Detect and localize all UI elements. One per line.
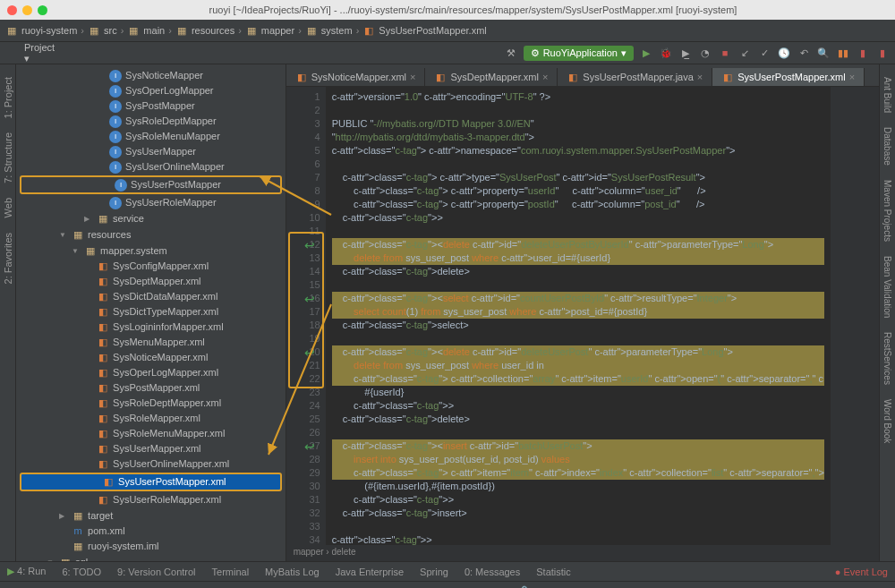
- breadcrumb-item[interactable]: ▦ruoyi-system: [5, 24, 77, 37]
- project-dropdown[interactable]: Project ▾: [32, 46, 47, 60]
- status-eventlog[interactable]: ● Event Log: [835, 567, 888, 577]
- minimap[interactable]: [830, 87, 879, 545]
- tree-xml-item[interactable]: ◧SysRoleMapper.xml: [16, 411, 286, 426]
- tree-java-item[interactable]: ISysOperLogMapper: [16, 83, 286, 98]
- gutter[interactable]: 123456789101112↩13141516↩17181920↩212223…: [286, 87, 327, 545]
- tree-java-item[interactable]: ISysPostMapper: [16, 98, 286, 114]
- status-mybatis[interactable]: MyBatis Log: [265, 567, 320, 577]
- left-tool-stripe[interactable]: 1: Project 7: Structure Web 2: Favorites: [0, 64, 16, 561]
- coverage-button[interactable]: ▶̲: [678, 46, 693, 60]
- tree-xml-item[interactable]: ◧SysOperLogMapper.xml: [16, 365, 286, 380]
- tree-xml-item[interactable]: ◧SysConfigMapper.xml: [16, 259, 286, 274]
- bottom-tool-bar[interactable]: ▶ 4: Run 6: TODO 9: Version Control Term…: [0, 561, 895, 581]
- gutter-arrow-icon[interactable]: ↩: [304, 292, 315, 306]
- close-window-button[interactable]: [7, 5, 17, 15]
- status-stat[interactable]: Statistic: [536, 567, 571, 577]
- tree-xml-item[interactable]: ◧SysDictDataMapper.xml: [16, 289, 286, 304]
- gutter-arrow-icon[interactable]: ↩: [304, 439, 315, 454]
- run-button[interactable]: ▶: [639, 46, 653, 60]
- minimize-window-button[interactable]: [22, 5, 32, 15]
- tree-xml-item[interactable]: ◧SysUserRoleMapper.xml: [16, 492, 286, 507]
- close-tab-icon[interactable]: ×: [542, 72, 548, 82]
- project-panel[interactable]: ISysNoticeMapperISysOperLogMapperISysPos…: [16, 64, 286, 561]
- close-tab-icon[interactable]: ×: [410, 72, 415, 82]
- editor-tab[interactable]: ◧SysDeptMapper.xml×: [425, 68, 558, 86]
- vcs-commit-button[interactable]: ✓: [757, 46, 771, 60]
- tree-xml-item[interactable]: ◧SysPostMapper.xml: [16, 380, 286, 396]
- status-todo[interactable]: 6: TODO: [62, 567, 101, 577]
- tree-java-item[interactable]: ISysUserRoleMapper: [16, 195, 286, 210]
- traffic-lights[interactable]: [7, 5, 47, 15]
- editor-tab[interactable]: ◧SysUserPostMapper.xml×: [712, 68, 865, 86]
- tree-xml-item[interactable]: ◧SysMenuMapper.xml: [16, 335, 286, 350]
- editor[interactable]: 123456789101112↩13141516↩17181920↩212223…: [286, 87, 879, 545]
- breadcrumb-item[interactable]: ▦main: [127, 24, 165, 37]
- status-spring[interactable]: Spring: [420, 567, 448, 577]
- vcs-update-button[interactable]: ↙: [737, 46, 752, 60]
- editor-tabs[interactable]: ◧SysNoticeMapper.xml×◧SysDeptMapper.xml×…: [286, 64, 879, 87]
- tree-resources[interactable]: ▦resources: [16, 226, 286, 243]
- tree-mapper-system[interactable]: ▦mapper.system: [16, 243, 286, 259]
- status-messages[interactable]: 0: Messages: [465, 567, 520, 577]
- close-tab-icon[interactable]: ×: [849, 72, 855, 82]
- build-icon[interactable]: ⚒: [504, 46, 518, 60]
- tool-structure[interactable]: 7: Structure: [3, 132, 13, 183]
- breadcrumb-item[interactable]: ◧SysUserPostMapper.xml: [362, 24, 486, 37]
- status-terminal[interactable]: Terminal: [212, 567, 250, 577]
- right-tool-stripe[interactable]: Ant Build Database Maven Projects Bean V…: [879, 64, 895, 561]
- tool-word[interactable]: Word Book: [882, 399, 892, 443]
- tree-iml[interactable]: ▦ruoyi-system.iml: [16, 539, 286, 554]
- vcs-history-button[interactable]: 🕓: [777, 46, 791, 60]
- statistic-button[interactable]: ▮▮: [836, 46, 850, 60]
- tree-xml-item[interactable]: ◧SysDictTypeMapper.xml: [16, 304, 286, 320]
- tool-ant[interactable]: Ant Build: [882, 77, 892, 113]
- profile-button[interactable]: ◔: [698, 46, 712, 60]
- tree-sql[interactable]: ▦sql: [16, 554, 286, 561]
- tree-service[interactable]: ▦service: [16, 210, 286, 226]
- tree-java-item[interactable]: ISysUserMapper: [16, 144, 286, 159]
- tree-java-highlighted[interactable]: ISysUserPostMapper: [20, 175, 282, 194]
- tree-xml-item[interactable]: ◧SysRoleMenuMapper.xml: [16, 426, 286, 441]
- tree-xml-item[interactable]: ◧SysRoleDeptMapper.xml: [16, 396, 286, 411]
- status-run[interactable]: ▶ 4: Run: [7, 566, 46, 577]
- project-tree[interactable]: ISysNoticeMapperISysOperLogMapperISysPos…: [16, 64, 286, 561]
- editor-breadcrumb[interactable]: mapper › delete: [286, 545, 879, 561]
- search-button[interactable]: 🔍: [816, 46, 831, 60]
- tool-web[interactable]: Web: [3, 198, 13, 217]
- tree-target[interactable]: ▦target: [16, 507, 286, 524]
- tool-bean[interactable]: Bean Validation: [882, 256, 892, 318]
- debug-button[interactable]: 🐞: [659, 46, 673, 60]
- tool-maven[interactable]: Maven Projects: [882, 180, 892, 242]
- zoom-window-button[interactable]: [38, 5, 47, 15]
- tool-favorites[interactable]: 2: Favorites: [3, 233, 13, 284]
- tool-database[interactable]: Database: [882, 127, 892, 166]
- editor-tab[interactable]: ◧SysNoticeMapper.xml×: [286, 68, 426, 86]
- tree-xml-item[interactable]: ◧SysUserMapper.xml: [16, 441, 286, 456]
- status-jee[interactable]: Java Enterprise: [336, 567, 404, 577]
- tree-xml-item[interactable]: ◧SysDeptMapper.xml: [16, 274, 286, 289]
- tool-rest[interactable]: RestServices: [882, 332, 892, 385]
- gutter-arrow-icon[interactable]: ↩: [304, 238, 315, 252]
- tree-xml-selected[interactable]: ◧SysUserPostMapper.xml: [20, 473, 282, 491]
- misc-button[interactable]: ▮: [856, 46, 870, 60]
- status-vcs[interactable]: 9: Version Control: [117, 567, 195, 577]
- misc-button2[interactable]: ▮: [875, 46, 890, 60]
- tree-java-item[interactable]: ISysRoleMenuMapper: [16, 129, 286, 144]
- tree-java-item[interactable]: ISysRoleDeptMapper: [16, 114, 286, 129]
- stop-button[interactable]: ■: [718, 46, 732, 60]
- breadcrumb-item[interactable]: ▦src: [88, 24, 117, 37]
- tree-xml-item[interactable]: ◧SysUserOnlineMapper.xml: [16, 456, 286, 472]
- breadcrumb-item[interactable]: ▦mapper: [245, 24, 294, 37]
- run-config-selector[interactable]: ⚙RuoYiApplication▾: [524, 46, 634, 61]
- close-tab-icon[interactable]: ×: [697, 72, 703, 82]
- breadcrumb-item[interactable]: ▦system: [305, 24, 353, 37]
- tree-xml-item[interactable]: ◧SysLogininforMapper.xml: [16, 320, 286, 335]
- tree-java-item[interactable]: ISysNoticeMapper: [16, 68, 286, 83]
- tree-xml-item[interactable]: ◧SysNoticeMapper.xml: [16, 350, 286, 365]
- vcs-revert-button[interactable]: ↶: [797, 46, 811, 60]
- breadcrumb-item[interactable]: ▦resources: [175, 24, 234, 37]
- code-area[interactable]: c-attr">version="1.0" c-attr">encoding="…: [327, 87, 830, 545]
- gutter-arrow-icon[interactable]: ↩: [304, 345, 315, 360]
- tool-project[interactable]: 1: Project: [3, 77, 13, 118]
- tree-java-item[interactable]: ISysUserOnlineMapper: [16, 159, 286, 175]
